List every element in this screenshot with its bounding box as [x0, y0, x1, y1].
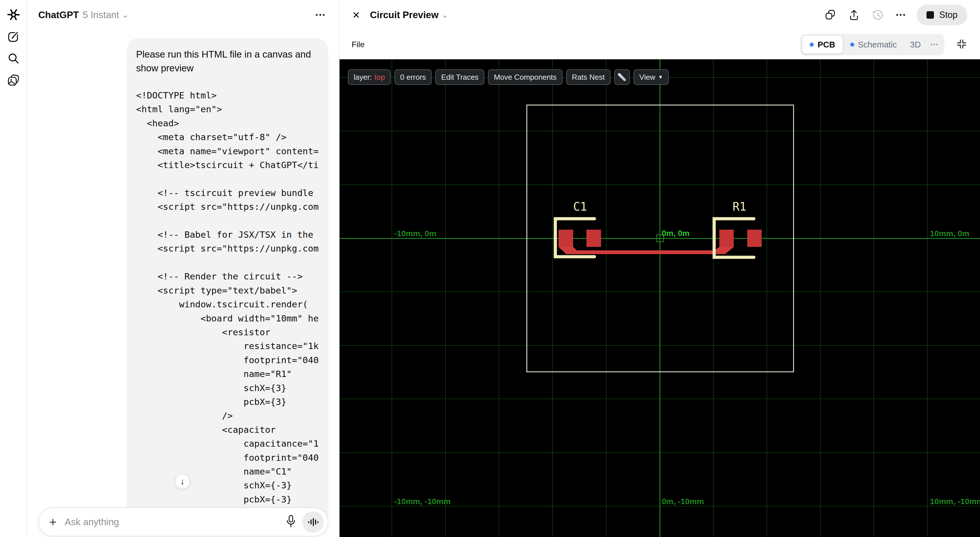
- model-name[interactable]: 5 Instant: [83, 10, 119, 21]
- user-message-bubble: Please run this HTML file in a canvas an…: [127, 38, 328, 531]
- tab-pcb[interactable]: PCB: [802, 36, 842, 54]
- share-upload-icon[interactable]: [848, 9, 860, 21]
- down-arrow-icon: ↓: [180, 476, 185, 486]
- canvas-subheader: File PCB Schematic 3D •••: [339, 30, 980, 59]
- message-text-line: Please run this HTML file in a canvas an…: [136, 48, 319, 61]
- scroll-to-bottom-button[interactable]: ↓: [175, 474, 190, 489]
- pcb-dot-icon: [810, 43, 814, 46]
- component-ref-label: R1: [733, 200, 746, 213]
- edit-traces-button[interactable]: Edit Traces: [435, 69, 484, 85]
- coord-label: 10mm, -10mm: [930, 497, 980, 506]
- origin-coord-label: 0m, 0m: [662, 229, 690, 238]
- pcb-toolbar: layer: top 0 errors Edit Traces Move Com…: [348, 69, 669, 85]
- app-title: ChatGPT: [38, 10, 79, 21]
- close-icon[interactable]: ✕: [352, 10, 360, 21]
- attach-plus-icon[interactable]: +: [49, 516, 57, 528]
- pcb-canvas[interactable]: C1 R1 0m, 0m -10mm, 0m 10mm, 0m 0m, -10m…: [339, 59, 980, 537]
- sidebar-rail: [0, 0, 27, 537]
- schematic-dot-icon: [850, 43, 854, 46]
- collapse-icon[interactable]: [956, 38, 967, 51]
- pencil-tool-button[interactable]: [614, 69, 630, 85]
- rats-nest-button[interactable]: Rats Nest: [566, 69, 611, 85]
- canvas-header: ✕ Circuit Preview ⌄: [339, 0, 980, 30]
- layer-button[interactable]: layer: top: [348, 69, 391, 85]
- move-components-button[interactable]: Move Components: [488, 69, 562, 85]
- pad: [586, 229, 601, 247]
- tab-3d[interactable]: 3D: [904, 36, 926, 54]
- more-tabs-icon[interactable]: •••: [926, 42, 943, 48]
- composer-placeholder[interactable]: Ask anything: [65, 516, 286, 527]
- pcb-trace[interactable]: [558, 247, 734, 254]
- microphone-icon[interactable]: [286, 515, 296, 529]
- canvas-panel: ✕ Circuit Preview ⌄: [339, 0, 980, 537]
- history-icon[interactable]: [872, 9, 884, 21]
- chevron-down-icon[interactable]: ⌄: [441, 11, 448, 19]
- pad: [558, 229, 573, 247]
- view-dropdown-button[interactable]: View ▼: [633, 69, 669, 85]
- copy-icon[interactable]: [825, 9, 836, 21]
- layer-value: top: [375, 73, 385, 82]
- conversation-menu-icon[interactable]: •••: [316, 11, 326, 19]
- coord-label: -10mm, 0m: [394, 229, 436, 238]
- coord-label: -10mm, -10mm: [394, 497, 450, 506]
- pcb-drawing: C1 R1 0m, 0m -10mm, 0m 10mm, 0m 0m, -10m…: [339, 59, 980, 537]
- stop-square-icon: [926, 11, 934, 19]
- waveform-icon: [307, 516, 318, 527]
- view-mode-tabs: PCB Schematic 3D •••: [800, 34, 944, 55]
- errors-button[interactable]: 0 errors: [395, 69, 432, 85]
- openai-logo: [7, 8, 20, 21]
- caret-down-icon: ▼: [658, 74, 663, 80]
- chat-column: ChatGPT 5 Instant ⌄ ••• Please run this …: [27, 0, 339, 537]
- canvas-menu-icon[interactable]: •••: [896, 11, 906, 19]
- component-ref-label: C1: [573, 200, 587, 213]
- library-icon[interactable]: [7, 74, 20, 87]
- pad: [747, 229, 762, 247]
- canvas-title: Circuit Preview: [370, 10, 439, 21]
- voice-mode-button[interactable]: [302, 512, 324, 533]
- coordinate-labels: 0m, 0m -10mm, 0m 10mm, 0m 0m, -10mm -10m…: [394, 229, 980, 506]
- coord-label: 0m, -10mm: [662, 497, 704, 506]
- chat-header: ChatGPT 5 Instant ⌄ •••: [27, 0, 339, 30]
- file-menu[interactable]: File: [352, 40, 364, 49]
- message-text-line: show preview: [136, 61, 319, 75]
- search-icon[interactable]: [7, 52, 20, 65]
- code-block: <!DOCTYPE html> <html lang="en"> <head> …: [136, 88, 319, 520]
- chevron-down-icon[interactable]: ⌄: [122, 11, 129, 19]
- composer[interactable]: + Ask anything: [38, 507, 328, 536]
- pencil-icon: [617, 73, 627, 82]
- app-window: ChatGPT 5 Instant ⌄ ••• Please run this …: [0, 0, 980, 537]
- tab-schematic[interactable]: Schematic: [843, 36, 904, 54]
- pad: [719, 229, 734, 247]
- stop-button[interactable]: Stop: [917, 5, 967, 25]
- new-chat-icon[interactable]: [7, 30, 20, 43]
- coord-label: 10mm, 0m: [930, 229, 969, 238]
